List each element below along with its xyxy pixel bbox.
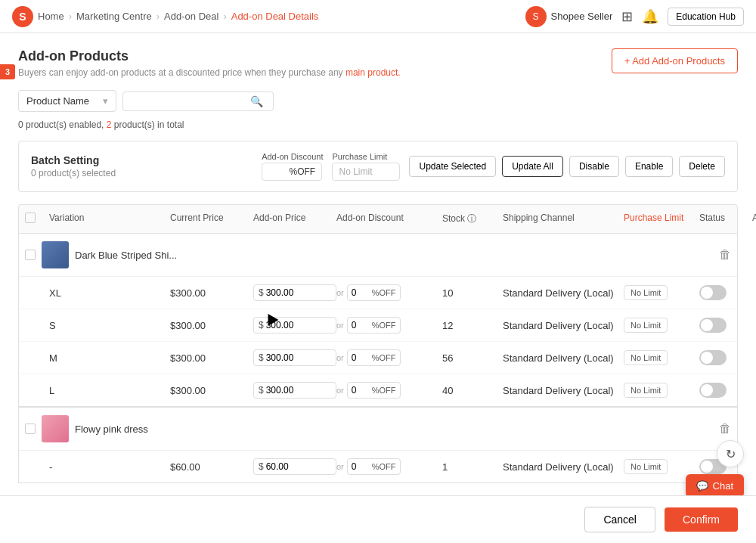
no-limit-btn-pink[interactable]: No Limit bbox=[624, 459, 668, 474]
top-navigation: S Home › Marketing Centre › Add-on Deal … bbox=[0, 0, 756, 33]
page-header: Add-on Products Buyers can enjoy add-on … bbox=[18, 48, 738, 78]
nav-addon-deal[interactable]: Add-on Deal bbox=[164, 11, 218, 22]
total-count: 2 bbox=[107, 119, 112, 130]
discount-input-l[interactable] bbox=[352, 385, 370, 396]
product-checkbox-1[interactable] bbox=[25, 250, 36, 260]
th-shipping-channel: Shipping Channel bbox=[503, 213, 624, 225]
no-limit-btn-m[interactable]: No Limit bbox=[624, 350, 668, 365]
th-addon-price: Add-on Price bbox=[253, 213, 336, 225]
th-variation: Variation bbox=[49, 213, 170, 225]
discount-input-s[interactable] bbox=[352, 320, 370, 330]
product-header-pink: Flowy pink dress 🗑 bbox=[19, 408, 737, 451]
th-checkbox bbox=[25, 213, 49, 225]
breadcrumb: S Home › Marketing Centre › Add-on Deal … bbox=[12, 6, 318, 27]
chat-button[interactable]: 💬 Chat bbox=[686, 474, 744, 498]
seller-info: S Shopee Seller bbox=[525, 6, 613, 27]
variation-size-pink: - bbox=[49, 461, 170, 473]
product-filter-select[interactable]: Product Name ▾ bbox=[18, 90, 116, 112]
update-selected-button[interactable]: Update Selected bbox=[409, 156, 496, 177]
discount-wrap-l: or %OFF bbox=[336, 382, 442, 399]
enabled-count: 0 bbox=[18, 119, 23, 130]
discount-input-wrap-s: %OFF bbox=[347, 317, 401, 334]
product-group-1: Dark Blue Striped Shi... 🗑 XL $300.00 $ … bbox=[18, 234, 738, 407]
product-checkbox-2[interactable] bbox=[25, 424, 36, 434]
discount-label: Add-on Discount bbox=[262, 152, 323, 161]
discount-input-xl[interactable] bbox=[352, 287, 370, 298]
purchase-limit-pink: No Limit bbox=[624, 459, 699, 474]
page-title-section: Add-on Products Buyers can enjoy add-on … bbox=[18, 48, 401, 78]
status-xl bbox=[699, 285, 752, 300]
notification-bell-icon[interactable]: 🔔 bbox=[642, 8, 658, 25]
toggle-m[interactable] bbox=[699, 350, 727, 365]
discount-input-wrap-pink: %OFF bbox=[347, 458, 401, 475]
price-input-wrap-s: $ bbox=[253, 317, 336, 334]
discount-input-wrap-xl: %OFF bbox=[347, 284, 401, 301]
chevron-down-icon: ▾ bbox=[103, 95, 108, 107]
nav-right-section: S Shopee Seller ⊞ 🔔 Education Hub bbox=[525, 6, 744, 27]
variation-size-xl: XL bbox=[49, 287, 170, 299]
batch-purchase-input[interactable]: No Limit bbox=[332, 163, 400, 181]
toggle-l[interactable] bbox=[699, 383, 727, 398]
table-row: M $300.00 $ or %OFF 56 Standard Delivery bbox=[19, 342, 737, 374]
delete-button[interactable]: Delete bbox=[679, 156, 725, 177]
price-input-pink[interactable] bbox=[266, 461, 308, 472]
search-icon: 🔍 bbox=[250, 95, 263, 107]
no-limit-btn-s[interactable]: No Limit bbox=[624, 318, 668, 333]
variation-size-s: S bbox=[49, 320, 170, 331]
current-price-s: $300.00 bbox=[170, 320, 253, 331]
discount-wrap-s: or %OFF bbox=[336, 317, 442, 334]
no-limit-btn-l[interactable]: No Limit bbox=[624, 383, 668, 398]
price-input-s[interactable] bbox=[266, 320, 308, 330]
discount-suffix: %OFF bbox=[289, 166, 315, 177]
shipping-pink: Standard Delivery (Local) bbox=[503, 461, 624, 473]
status-l bbox=[699, 383, 752, 398]
discount-input-m[interactable] bbox=[352, 352, 370, 363]
education-hub-button[interactable]: Education Hub bbox=[668, 8, 744, 26]
main-product-link[interactable]: main product. bbox=[345, 67, 401, 78]
purchase-limit-xl: No Limit bbox=[624, 285, 699, 300]
update-all-button[interactable]: Update All bbox=[502, 156, 563, 177]
batch-left: Batch Setting 0 product(s) selected bbox=[31, 154, 116, 178]
addon-discount-xl: or %OFF bbox=[336, 284, 442, 301]
batch-discount-input[interactable]: %OFF bbox=[262, 163, 322, 181]
delete-product-2-icon[interactable]: 🗑 bbox=[719, 422, 731, 436]
count-text: 0 product(s) enabled, 2 product(s) in to… bbox=[18, 119, 184, 130]
grid-icon[interactable]: ⊞ bbox=[621, 8, 633, 25]
nav-home[interactable]: Home bbox=[38, 11, 64, 22]
shipping-m: Standard Delivery (Local) bbox=[503, 352, 624, 364]
price-input-wrap-m: $ bbox=[253, 349, 336, 366]
search-input[interactable] bbox=[129, 95, 250, 107]
batch-discount-group: Add-on Discount %OFF bbox=[262, 152, 323, 181]
toggle-s[interactable] bbox=[699, 318, 727, 333]
toggle-xl[interactable] bbox=[699, 285, 727, 300]
page-subtitle: Buyers can enjoy add-on products at a di… bbox=[18, 67, 401, 78]
or-text-m: or bbox=[336, 353, 344, 362]
main-content: Add-on Products Buyers can enjoy add-on … bbox=[0, 33, 756, 543]
no-limit-btn-xl[interactable]: No Limit bbox=[624, 285, 668, 300]
batch-purchase-group: Purchase Limit No Limit bbox=[332, 152, 400, 181]
addon-discount-l: or %OFF bbox=[336, 382, 442, 399]
price-input-l[interactable] bbox=[266, 385, 308, 396]
table-row: - $60.00 $ or %OFF 1 Standard Delivery ( bbox=[19, 451, 737, 482]
seller-icon: S bbox=[525, 6, 547, 27]
th-purchase-limit[interactable]: Purchase Limit bbox=[624, 213, 699, 225]
discount-input-pink[interactable] bbox=[352, 461, 370, 472]
addon-discount-pink: or %OFF bbox=[336, 458, 442, 475]
addon-discount-m: or %OFF bbox=[336, 349, 442, 366]
table-row: XL $300.00 $ or %OFF 10 Standard Deliver bbox=[19, 277, 737, 309]
confirm-button[interactable]: Confirm bbox=[665, 507, 738, 532]
cancel-button[interactable]: Cancel bbox=[584, 507, 655, 532]
currency-icon-pink: $ bbox=[259, 461, 264, 472]
refresh-icon[interactable]: ↻ bbox=[717, 440, 744, 467]
price-input-m[interactable] bbox=[266, 352, 308, 363]
addon-discount-s: or %OFF bbox=[336, 317, 442, 334]
delete-product-1-icon[interactable]: 🗑 bbox=[719, 248, 731, 262]
stock-xl: 10 bbox=[442, 287, 503, 299]
enable-button[interactable]: Enable bbox=[625, 156, 673, 177]
nav-marketing[interactable]: Marketing Centre bbox=[76, 11, 152, 22]
add-addon-products-button[interactable]: + Add Add-on Products bbox=[612, 48, 738, 73]
disable-button[interactable]: Disable bbox=[569, 156, 619, 177]
product-name-2: Flowy pink dress bbox=[75, 424, 713, 435]
price-input-xl[interactable] bbox=[266, 287, 308, 298]
variation-size-m: M bbox=[49, 352, 170, 364]
